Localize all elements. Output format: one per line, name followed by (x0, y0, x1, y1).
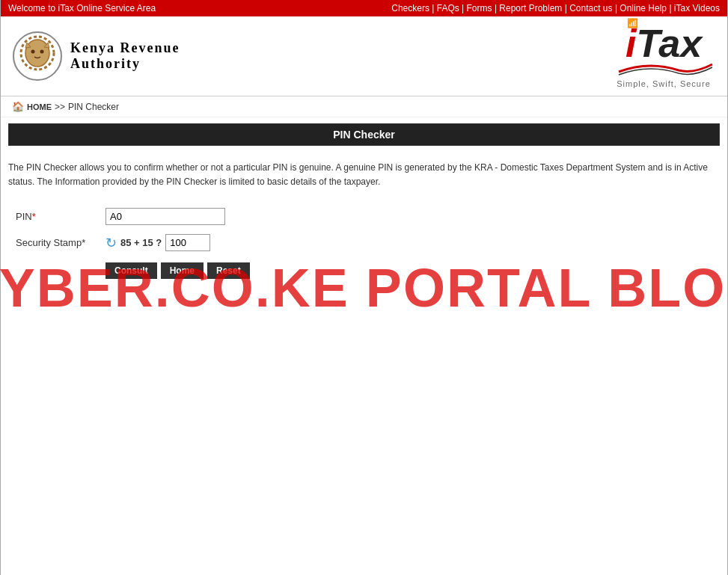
nav-faqs[interactable]: FAQs (437, 3, 459, 13)
itax-brand-text: iTax (625, 24, 702, 63)
breadcrumb-current: PIN Checker (68, 102, 119, 112)
content-area: PIN Checker The PIN Checker allows you t… (1, 123, 727, 298)
nav-checkers[interactable]: Checkers (391, 3, 429, 13)
nav-report-problem[interactable]: Report Problem (499, 3, 562, 13)
welcome-text: Welcome to iTax Online Service Area (8, 3, 156, 13)
home-button[interactable]: Home (161, 262, 204, 279)
svg-point-4 (40, 50, 44, 54)
captcha-question: 85 + 15 ? (120, 237, 162, 248)
section-wrapper: PIN Checker The PIN Checker allows you t… (8, 123, 720, 283)
pin-input[interactable] (105, 208, 225, 225)
security-stamp-row: Security Stamp* ↻ 85 + 15 ? (16, 234, 712, 251)
pin-form: PIN* Security Stamp* ↻ 85 + 15 ? (8, 204, 720, 283)
description-text: The PIN Checker allows you to confirm wh… (8, 157, 720, 193)
top-bar: Welcome to iTax Online Service Area Chec… (1, 0, 727, 16)
itax-wifi-icon: 📶 (627, 18, 638, 28)
itax-logo: 📶 iTax Simple, Swift, Secure (611, 24, 716, 88)
captcha-area: ↻ 85 + 15 ? (105, 234, 210, 251)
description-content: The PIN Checker allows you to confirm wh… (8, 162, 708, 187)
pin-row: PIN* (16, 208, 712, 225)
breadcrumb: 🏠 Home >> PIN Checker (1, 96, 727, 117)
kra-lion-icon (12, 31, 63, 82)
breadcrumb-separator: >> (55, 102, 65, 112)
captcha-input[interactable] (165, 234, 210, 251)
section-title: PIN Checker (8, 123, 720, 146)
nav-contact-us[interactable]: Contact us (569, 3, 612, 13)
refresh-captcha-icon[interactable]: ↻ (105, 235, 117, 251)
button-row: Consult Home Reset (105, 262, 712, 279)
kra-logo: Kenya Revenue Authority (12, 31, 180, 82)
security-label: Security Stamp* (16, 237, 105, 248)
pin-label: PIN* (16, 211, 105, 222)
nav-online-help[interactable]: Online Help (620, 3, 667, 13)
breadcrumb-home-link[interactable]: Home (27, 102, 52, 111)
reset-button[interactable]: Reset (207, 262, 250, 279)
home-icon: 🏠 (12, 101, 24, 112)
itax-tagline: Simple, Swift, Secure (617, 79, 711, 88)
nav-itax-videos[interactable]: iTax Videos (674, 3, 720, 13)
svg-point-1 (25, 40, 49, 67)
svg-point-3 (31, 50, 35, 54)
page-header: Kenya Revenue Authority 📶 iTax Simple, S… (1, 16, 727, 96)
kra-name: Kenya Revenue Authority (70, 40, 180, 72)
consult-button[interactable]: Consult (105, 262, 157, 279)
top-nav: Checkers | FAQs | Forms | Report Problem… (391, 3, 720, 13)
nav-forms[interactable]: Forms (467, 3, 492, 13)
